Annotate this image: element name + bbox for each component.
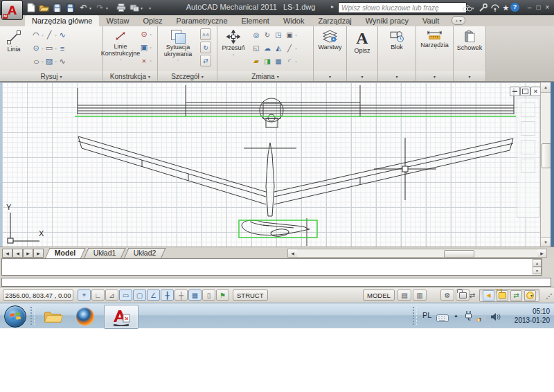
panel-szczegol-footer[interactable]: Szczegół ▾ (158, 71, 217, 81)
panel-opisz-footer[interactable]: ▾ (347, 71, 377, 81)
annotation-scale-gear-icon[interactable]: ⚙ (440, 289, 454, 301)
annotate-button[interactable]: A Opisz (347, 28, 377, 71)
power-tray-icon[interactable] (464, 310, 473, 324)
construction-lines-button[interactable]: Linie Konstrukcyjne ▾ (105, 28, 136, 71)
communication-center-button[interactable] (489, 2, 501, 13)
tray-clock[interactable]: 05:10 2013-01-20 (503, 307, 553, 325)
layers-button[interactable]: Warstwy (314, 28, 346, 71)
rotate-tool[interactable]: ↻ (262, 30, 273, 41)
dynamic-input-toggle[interactable]: ╂ (161, 289, 174, 301)
arc-tool[interactable]: ◠ (30, 30, 42, 41)
chevron-down-icon[interactable]: ▾ (150, 45, 152, 50)
otrack-toggle[interactable]: ▢ (133, 289, 146, 301)
model-space-button[interactable]: MODEL (363, 289, 395, 301)
infocenter-search-input[interactable] (338, 2, 467, 13)
copy-dropdown[interactable]: ▾ (295, 33, 297, 37)
tab-wyniki-pracy[interactable]: Wyniki pracy (359, 15, 416, 26)
window-minimize-button[interactable]: – (525, 2, 534, 12)
command-scrollbar[interactable]: ▲ ▼ (533, 259, 542, 275)
tab-zarzadzaj[interactable]: Zarządzaj (311, 15, 358, 26)
drawing-canvas[interactable]: Y X × ▲ ▼ (0, 82, 554, 247)
layout-tab-model[interactable]: Model (47, 248, 83, 259)
panel-blok-footer[interactable]: ▾ (378, 71, 416, 81)
panel-rysuj-footer[interactable]: Rysuj ▾ (0, 71, 102, 81)
leader-tool[interactable]: ∿ (57, 30, 68, 41)
circle-tool[interactable]: ⊙ (30, 43, 42, 54)
construction-rect-tool[interactable]: ▣ (138, 42, 150, 53)
prev-layout-button[interactable]: ◀ (12, 249, 23, 258)
ortho-toggle[interactable]: ∟ (91, 289, 105, 301)
ellipse-tool[interactable]: ○ (30, 56, 42, 67)
tab-widok[interactable]: Widok (276, 15, 312, 26)
next-layout-button[interactable]: ▶ (23, 249, 33, 258)
construction-circle-tool[interactable]: ⊙ (138, 29, 150, 40)
vertical-scroll-thumb[interactable] (542, 143, 551, 168)
window-close-button[interactable]: × (543, 2, 552, 12)
explorer-taskbar-button[interactable] (43, 309, 64, 328)
volume-tray-icon[interactable] (490, 312, 501, 324)
swap-view-tool[interactable]: ⇄ (200, 55, 211, 66)
update-view-tool[interactable]: ↻ (200, 42, 211, 53)
new-file-button[interactable] (25, 2, 37, 13)
coordinates-display[interactable]: 2356.00, 803.47 , 0.00 (3, 289, 73, 301)
navigation-bar-ghost[interactable] (517, 98, 539, 218)
print-button[interactable] (115, 2, 127, 13)
clipboard-button[interactable]: Schowek (454, 28, 485, 71)
start-button[interactable] (4, 305, 26, 328)
panel-warstwy-footer[interactable]: ▾ (314, 71, 346, 81)
fillet-tool[interactable]: ◜ (284, 56, 295, 67)
save-as-button[interactable] (51, 2, 63, 13)
fillet-dropdown[interactable]: ▾ (295, 59, 297, 64)
offset-tool[interactable]: ≡ (57, 43, 68, 54)
tab-narzedzia-glowne[interactable]: Narzędzia główne (25, 15, 99, 26)
model-tab-icon[interactable]: ▤ (397, 289, 411, 301)
quick-properties-toggle[interactable]: ▯ (202, 289, 215, 301)
command-history[interactable]: Określ narożnik okna, podaj współczynnik… (1, 258, 542, 276)
block-button[interactable]: Blok (378, 28, 416, 71)
title-arrow-icon[interactable]: ▸ (331, 3, 334, 10)
horizontal-scrollbar[interactable]: ◀ ▶ (287, 249, 547, 258)
spline-tool[interactable]: ∿ (57, 56, 68, 67)
break-tool[interactable]: ╱ (284, 43, 295, 54)
annotation-visibility-icon[interactable]: ⇄ (465, 289, 479, 301)
application-menu-button[interactable]: M (1, 0, 23, 20)
trim-tool[interactable]: ◳ (273, 30, 284, 41)
plot-dropdown[interactable]: ▾ (138, 2, 145, 13)
keyboard-tray-icon[interactable] (436, 312, 449, 325)
tab-element[interactable]: Element (235, 15, 276, 26)
viewport-restore-button[interactable] (520, 87, 530, 96)
segment-tool[interactable]: ╱ (44, 30, 55, 41)
taskbar-grip[interactable] (30, 307, 35, 325)
locked-ui-icon[interactable] (497, 290, 508, 301)
chevron-down-icon[interactable]: ▾ (150, 32, 152, 37)
firefox-taskbar-button[interactable] (76, 308, 94, 326)
stretch-tool[interactable]: ▰ (251, 56, 262, 67)
redo-dropdown[interactable]: ▾ (104, 2, 110, 13)
vertical-scrollbar[interactable]: ▲ ▼ (540, 82, 551, 247)
language-indicator[interactable]: PL (422, 311, 431, 319)
scroll-down-button[interactable]: ▼ (541, 237, 551, 247)
tab-opisz[interactable]: Opisz (136, 15, 169, 26)
array-tool[interactable]: ▦ (273, 56, 284, 67)
panel-konstrukcja-footer[interactable]: Konstrukcja ▾ (103, 71, 157, 81)
search-dropdown[interactable]: ▾ (470, 2, 476, 13)
transparency-toggle[interactable]: ▦ (188, 289, 202, 301)
window-maximize-button[interactable]: □ (534, 2, 543, 12)
first-layout-button[interactable]: ◀ (2, 249, 12, 258)
osnap-toggle[interactable]: ▭ (119, 289, 132, 301)
move-button[interactable]: Przesuń ▾ (220, 28, 247, 71)
undo-dropdown[interactable]: ▾ (87, 2, 93, 13)
resize-grip[interactable] (546, 293, 552, 299)
open-file-button[interactable] (38, 2, 50, 13)
scroll-left-button[interactable]: ◀ (288, 249, 297, 257)
scale-area-tool[interactable]: A-A (200, 28, 211, 40)
network-tray-icon[interactable] (476, 312, 488, 324)
select-similar-tool[interactable]: ◎ (251, 30, 262, 41)
revcloud-tool[interactable]: ☁ (262, 43, 273, 54)
panel-schowek-footer[interactable]: ▾ (454, 71, 485, 81)
scroll-right-button[interactable]: ▶ (537, 249, 546, 257)
qat-customize-button[interactable]: ▾ (146, 2, 154, 13)
viewport-minimize-button[interactable] (510, 87, 520, 96)
toolbar-unlock-icon[interactable]: ◀ (483, 290, 494, 301)
copy-tool[interactable]: ▣ (284, 30, 295, 41)
